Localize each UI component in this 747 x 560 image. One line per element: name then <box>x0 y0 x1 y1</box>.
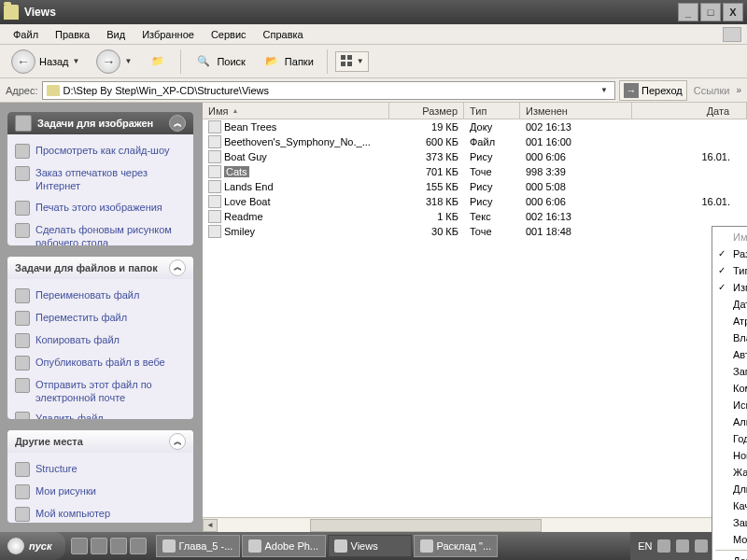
file-row[interactable]: Lands End155 КБРису000 5:08 <box>203 179 747 194</box>
check-icon: ✓ <box>718 282 726 292</box>
address-input[interactable] <box>63 85 599 96</box>
task-link[interactable]: Печать этого изображения <box>15 197 186 219</box>
task-link[interactable]: Переместить файл <box>15 307 186 329</box>
search-button[interactable]: 🔍 Поиск <box>189 49 250 74</box>
quick-launch-item[interactable] <box>71 538 88 554</box>
task-link[interactable]: Мои рисунки <box>15 481 186 503</box>
context-menu-item[interactable]: Автор <box>714 346 747 363</box>
links-label[interactable]: Ссылки <box>691 85 733 96</box>
task-link[interactable]: Копировать файл <box>15 329 186 352</box>
taskbar-button[interactable]: Расклад "... <box>414 535 499 557</box>
file-row[interactable]: Beethoven's_Symphony_No._...600 КБФайл00… <box>203 134 747 149</box>
task-icon <box>15 144 30 159</box>
collapse-icon[interactable]: ︽ <box>169 433 186 450</box>
context-menu-item[interactable]: Дата создания <box>714 296 747 313</box>
context-menu-item[interactable]: Номер записи <box>714 447 747 464</box>
task-link[interactable]: Мой компьютер <box>15 503 186 523</box>
context-menu-item[interactable]: Альбом <box>714 413 747 430</box>
chevron-right-icon[interactable]: » <box>736 85 741 95</box>
language-indicator[interactable]: EN <box>638 540 652 552</box>
file-name: Boat Guy <box>224 151 267 162</box>
menu-favorites[interactable]: Избранное <box>134 26 202 43</box>
scroll-left-button[interactable]: ◄ <box>203 519 218 532</box>
chevron-down-icon[interactable]: ▼ <box>598 86 611 94</box>
task-link[interactable]: Отправить этот файл по электронной почте <box>15 374 186 409</box>
scroll-thumb[interactable] <box>310 519 542 532</box>
forward-button[interactable]: → ▼ <box>91 47 137 77</box>
col-modified[interactable]: Изменен <box>520 103 632 119</box>
file-modified: 001 18:48 <box>520 226 632 237</box>
file-size: 1 КБ <box>389 211 464 222</box>
start-button[interactable]: пуск <box>0 532 65 560</box>
task-link[interactable]: Удалить файл <box>15 408 186 419</box>
task-link[interactable]: Просмотреть как слайд-шоу <box>15 140 186 162</box>
file-row[interactable]: Love Boat318 КБРису000 6:0616.01. <box>203 194 747 209</box>
app-icon <box>248 539 261 553</box>
context-menu-item[interactable]: Комментарий <box>714 380 747 397</box>
horizontal-scrollbar[interactable]: ◄ ► <box>203 517 747 532</box>
menu-view[interactable]: Вид <box>99 26 133 43</box>
collapse-icon[interactable]: ︽ <box>169 115 186 132</box>
task-link[interactable]: Опубликовать файл в вебе <box>15 352 186 374</box>
task-link[interactable]: Сделать фоновым рисунком рабочего стола <box>15 219 186 245</box>
col-size[interactable]: Размер <box>389 103 464 119</box>
col-date[interactable]: Дата <box>632 103 747 119</box>
up-button[interactable]: 📁 <box>143 49 173 74</box>
context-menu-item[interactable]: ✓Размер <box>714 245 747 262</box>
context-menu-item[interactable]: Модель камеры <box>714 531 747 548</box>
file-row[interactable]: Boat Guy373 КБРису000 6:0616.01. <box>203 149 747 164</box>
task-link[interactable]: Заказ отпечатков через Интернет <box>15 162 186 197</box>
minimize-button[interactable]: _ <box>678 3 698 21</box>
col-name[interactable]: Имя▲ <box>203 103 389 119</box>
quick-launch-item[interactable] <box>110 538 127 554</box>
context-menu-item[interactable]: Атрибуты <box>714 313 747 329</box>
file-row[interactable]: Cats701 КБТоче998 3:39 <box>203 164 747 179</box>
context-menu-item[interactable]: Качество звука <box>714 497 747 514</box>
chevron-down-icon[interactable]: ▼ <box>73 57 80 65</box>
context-menu-item[interactable]: Год <box>714 430 747 447</box>
context-menu-item[interactable]: Жанр <box>714 464 747 481</box>
address-label: Адрес: <box>6 85 38 96</box>
context-menu-item[interactable]: Исполнитель <box>714 397 747 413</box>
col-type[interactable]: Тип <box>464 103 520 119</box>
menu-help[interactable]: Справка <box>256 26 311 43</box>
views-button[interactable]: ▼ <box>335 51 369 72</box>
file-row[interactable]: Smiley30 КБТоче001 18:48 <box>203 224 747 239</box>
taskbar-button[interactable]: Views <box>328 535 412 557</box>
context-menu-more[interactable]: Дополнительно... <box>714 553 747 560</box>
maximize-button[interactable]: □ <box>700 3 721 21</box>
menu-file[interactable]: Файл <box>6 26 46 43</box>
close-button[interactable]: X <box>723 3 743 21</box>
context-menu-item[interactable]: Защита <box>714 514 747 531</box>
tray-icon[interactable] <box>695 539 708 553</box>
address-input-wrap[interactable]: ▼ <box>42 81 615 100</box>
task-link[interactable]: Переименовать файл <box>15 285 186 307</box>
context-menu-item[interactable]: ✓Изменен <box>714 279 747 296</box>
tray-icon[interactable] <box>676 539 689 553</box>
task-link[interactable]: Structure <box>15 458 186 481</box>
go-button[interactable]: → Переход <box>619 80 687 101</box>
panel-header[interactable]: Задачи для файлов и папок ︽ <box>7 257 193 279</box>
menu-tools[interactable]: Сервис <box>204 26 254 43</box>
collapse-icon[interactable]: ︽ <box>169 259 186 276</box>
chevron-down-icon[interactable]: ▼ <box>124 57 132 65</box>
taskbar-button-label: Views <box>351 540 378 552</box>
context-menu-item[interactable]: Владелец <box>714 329 747 346</box>
back-button[interactable]: ← Назад ▼ <box>6 47 85 77</box>
panel-header[interactable]: Другие места ︽ <box>7 430 193 453</box>
menu-edit[interactable]: Правка <box>48 26 97 43</box>
tray-icon[interactable] <box>657 539 670 553</box>
scroll-track[interactable] <box>218 519 732 532</box>
folders-button[interactable]: 📂 Папки <box>257 49 319 74</box>
context-menu-item[interactable]: Заголовок <box>714 363 747 380</box>
context-menu-item[interactable]: Длительность <box>714 481 747 497</box>
taskbar-button[interactable]: Глава_5 -... <box>156 535 240 557</box>
file-row[interactable]: Readme1 КБТекс002 16:13 <box>203 209 747 224</box>
context-menu-item[interactable]: ✓Тип <box>714 262 747 279</box>
file-row[interactable]: Bean Trees19 КБДоку002 16:13 <box>203 119 747 134</box>
quick-launch-item[interactable] <box>91 538 107 554</box>
forward-icon: → <box>96 49 120 74</box>
quick-launch-item[interactable] <box>130 538 147 554</box>
taskbar-button[interactable]: Adobe Ph... <box>242 535 326 557</box>
panel-header[interactable]: Задачи для изображен ︽ <box>7 112 193 134</box>
